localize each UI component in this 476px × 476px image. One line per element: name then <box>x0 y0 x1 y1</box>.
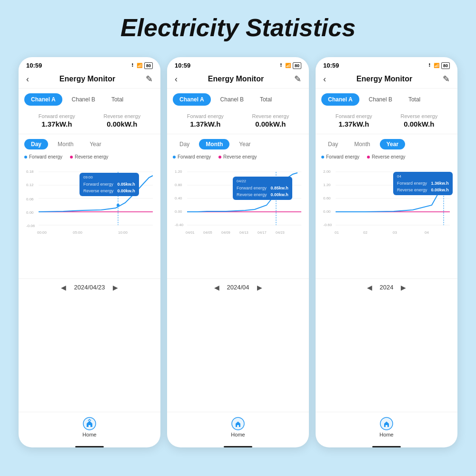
date-prev-1[interactable]: ◀ <box>61 284 66 291</box>
bottom-nav-3: Home <box>316 412 457 443</box>
home-nav-3[interactable]: Home <box>379 417 393 437</box>
svg-text:0.00: 0.00 <box>323 209 331 214</box>
legend-dot-blue-2 <box>173 156 176 159</box>
reverse-label-3: Reverse energy <box>401 113 438 119</box>
tooltip-forward-val-1: 0.05kw.h <box>118 181 135 188</box>
home-nav-2[interactable]: Home <box>231 417 245 437</box>
svg-text:05:00: 05:00 <box>73 230 83 235</box>
date-prev-2[interactable]: ◀ <box>214 284 219 291</box>
channel-tab-total-2[interactable]: Total <box>253 93 278 106</box>
header-title-1: Energy Monitor <box>29 75 146 83</box>
date-next-3[interactable]: ▶ <box>401 284 406 291</box>
date-prev-3[interactable]: ◀ <box>367 284 372 291</box>
channel-tab-b-3[interactable]: Chanel B <box>362 93 399 106</box>
legend-dot-blue-3 <box>321 156 324 159</box>
channel-tab-total-3[interactable]: Total <box>402 93 427 106</box>
tooltip-reverse-val-2: 0.00kw.h <box>271 192 288 198</box>
bottom-bar-1 <box>75 446 104 447</box>
channel-tab-a-2[interactable]: Chanel A <box>173 93 211 106</box>
svg-text:01: 01 <box>335 230 339 235</box>
legend-reverse-label-3: Reverse energy <box>372 154 406 159</box>
home-icon-2 <box>231 417 245 430</box>
svg-text:0.06: 0.06 <box>26 197 34 201</box>
reverse-value-2: 0.00kW.h <box>252 120 289 128</box>
phones-container: 10:59 ⠇ 📶 80 ‹ Energy Monitor ✎ Chanel A… <box>0 52 476 447</box>
phone-year: 10:59 ⠇ 📶 80 ‹ Energy Monitor ✎ Chanel A… <box>316 57 457 447</box>
svg-text:10:00: 10:00 <box>118 230 128 235</box>
chart-area-2: 1.20 0.80 0.40 0.00 -0.40 <box>171 162 305 278</box>
svg-text:0.00: 0.00 <box>175 209 182 214</box>
date-next-1[interactable]: ▶ <box>113 284 118 291</box>
energy-values-3: Forward energy 1.37kW.h Reverse energy 0… <box>316 109 457 134</box>
date-next-2[interactable]: ▶ <box>257 284 262 291</box>
forward-energy-3: Forward energy 1.37kW.h <box>336 113 372 128</box>
period-year-3[interactable]: Year <box>380 139 405 149</box>
home-label-2: Home <box>231 432 245 437</box>
period-month-3[interactable]: Month <box>347 139 377 149</box>
tooltip-reverse-label-1: Reverse energy <box>83 188 114 195</box>
period-day-2[interactable]: Day <box>173 139 196 149</box>
svg-text:0.00: 0.00 <box>26 210 34 215</box>
period-year-1[interactable]: Year <box>83 139 108 149</box>
reverse-label-2: Reverse energy <box>252 113 289 119</box>
status-bar-1: 10:59 ⠇ 📶 80 <box>19 57 160 71</box>
app-header-1: ‹ Energy Monitor ✎ <box>19 71 160 89</box>
tooltip-reverse-val-3: 0.00kw.h <box>431 187 449 194</box>
tooltip-reverse-row-1: Reverse energy 0.00kw.h <box>83 188 135 195</box>
energy-values-2: Forward energy 1.37kW.h Reverse energy 0… <box>167 109 309 134</box>
channel-tab-total-1[interactable]: Total <box>105 93 130 106</box>
date-label-1: 2024/04/23 <box>74 284 105 291</box>
header-title-2: Energy Monitor <box>178 75 294 83</box>
tooltip-reverse-row-2: Reverse energy 0.00kw.h <box>237 192 288 198</box>
edit-btn-1[interactable]: ✎ <box>146 74 153 84</box>
bottom-bar-2 <box>224 446 252 447</box>
channel-tabs-1: Chanel A Chanel B Total <box>19 89 160 109</box>
battery-icon-3: 80 <box>441 62 450 69</box>
edit-btn-3[interactable]: ✎ <box>443 74 450 84</box>
date-nav-2: ◀ 2024/04 ▶ <box>167 278 309 296</box>
forward-value-1: 1.37kW.h <box>39 120 75 128</box>
channel-tab-b-1[interactable]: Chanel B <box>65 93 102 106</box>
period-month-2[interactable]: Month <box>199 139 229 149</box>
period-day-1[interactable]: Day <box>24 139 48 149</box>
legend-dot-pink-1 <box>70 156 73 159</box>
period-day-3[interactable]: Day <box>321 139 345 149</box>
page-wrapper: Electricity Statistics 10:59 ⠇ 📶 80 ‹ En… <box>0 0 476 447</box>
channel-tabs-2: Chanel A Chanel B Total <box>167 89 309 109</box>
svg-text:2.00: 2.00 <box>323 169 331 174</box>
legend-3: Forward energy Reverse energy <box>316 152 457 162</box>
forward-energy-2: Forward energy 1.37kW.h <box>187 113 224 128</box>
channel-tab-b-2[interactable]: Chanel B <box>214 93 250 106</box>
svg-text:-0.06: -0.06 <box>26 224 35 228</box>
tooltip-reverse-label-2: Reverse energy <box>237 192 267 198</box>
tooltip-forward-row-2: Forward energy 0.85kw.h <box>237 185 288 192</box>
legend-forward-1: Forward energy <box>24 154 62 159</box>
svg-text:-0.60: -0.60 <box>323 223 332 227</box>
svg-text:0.12: 0.12 <box>26 183 34 187</box>
spacer-3 <box>316 296 457 412</box>
edit-btn-2[interactable]: ✎ <box>294 74 301 84</box>
svg-text:0.40: 0.40 <box>175 196 182 200</box>
channel-tab-a-3[interactable]: Chanel A <box>321 93 359 106</box>
tooltip-reverse-val-1: 0.00kw.h <box>118 188 135 195</box>
svg-text:04/01: 04/01 <box>186 230 195 235</box>
date-nav-1: ◀ 2024/04/23 ▶ <box>19 278 160 296</box>
legend-forward-3: Forward energy <box>321 154 359 159</box>
header-title-3: Energy Monitor <box>326 75 443 83</box>
channel-tab-a-1[interactable]: Chanel A <box>24 93 62 106</box>
period-month-1[interactable]: Month <box>51 139 80 149</box>
legend-dot-blue-1 <box>24 156 27 159</box>
home-nav-1[interactable]: Home <box>82 417 96 437</box>
home-icon-3 <box>380 417 393 430</box>
legend-forward-label-3: Forward energy <box>326 154 359 159</box>
svg-text:03: 03 <box>393 230 397 235</box>
svg-point-12 <box>117 204 119 207</box>
period-year-2[interactable]: Year <box>232 139 257 149</box>
svg-text:04: 04 <box>425 230 429 235</box>
reverse-value-1: 0.00kW.h <box>104 120 141 128</box>
bottom-nav-1: Home <box>19 412 160 443</box>
svg-text:1.20: 1.20 <box>323 183 331 187</box>
legend-reverse-3: Reverse energy <box>367 154 406 159</box>
tooltip-time-2: 04/22 <box>237 178 288 184</box>
tooltip-forward-label-1: Forward energy <box>83 181 113 188</box>
